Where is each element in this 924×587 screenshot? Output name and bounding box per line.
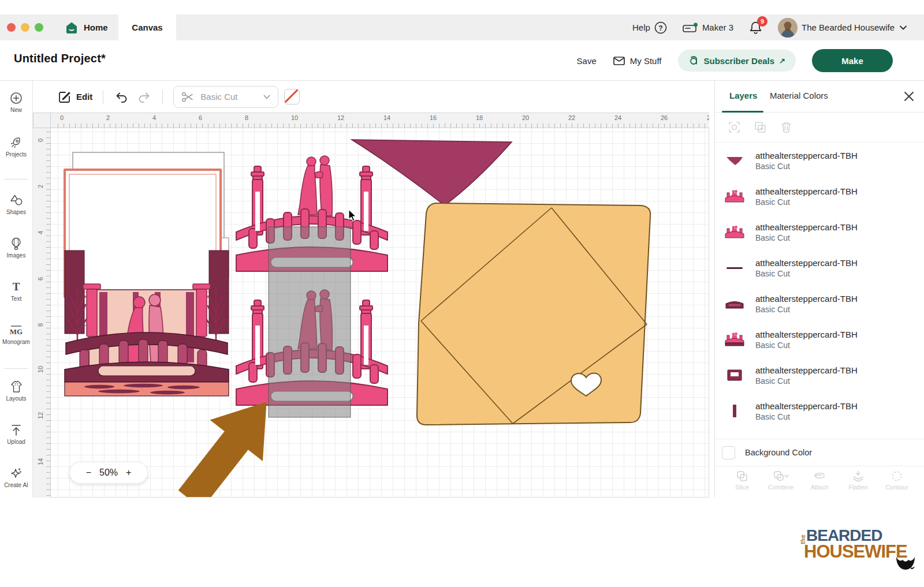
layer-row[interactable]: atthealtersteppercard-TBH Basic Cut — [715, 286, 924, 321]
home-tab[interactable]: Home — [65, 14, 108, 40]
layer-thumbnail — [723, 187, 746, 205]
sparkle-icon — [9, 466, 23, 480]
select-all-icon[interactable] — [728, 121, 741, 134]
svg-text:?: ? — [658, 24, 662, 32]
close-panel-button[interactable] — [902, 89, 916, 103]
machine-icon — [682, 21, 698, 34]
sidebar-item-shapes[interactable]: Shapes — [0, 193, 32, 215]
envelope-piece — [417, 203, 650, 425]
layer-operation: Basic Cut — [755, 233, 858, 242]
notifications-button[interactable]: 9 — [748, 20, 763, 35]
zoom-control[interactable]: − 50% + — [69, 462, 148, 484]
subscriber-deals-label: Subscriber Deals — [704, 56, 775, 66]
help-icon: ? — [654, 21, 667, 34]
zoom-in-button[interactable]: + — [126, 468, 131, 478]
edit-icon — [58, 90, 72, 104]
background-color-swatch[interactable] — [722, 446, 735, 459]
my-stuff-button[interactable]: My Stuff — [613, 55, 662, 66]
layer-row[interactable]: atthealtersteppercard-TBH Basic Cut — [715, 357, 924, 393]
ruler-number: 2 — [106, 114, 110, 121]
sidebar-label: Text — [11, 296, 21, 302]
ruler-number: 4 — [152, 114, 156, 121]
undo-button[interactable] — [114, 90, 129, 104]
layer-row[interactable]: atthealtersteppercard-TBH Basic Cut — [715, 429, 924, 439]
ruler-number: 4 — [37, 225, 44, 234]
chevron-down-icon — [899, 23, 908, 32]
ruler-number: 10 — [291, 114, 298, 121]
sidebar-item-create-ai[interactable]: Create AI — [0, 466, 32, 488]
help-button[interactable]: Help ? — [632, 21, 667, 34]
save-button[interactable]: Save — [577, 56, 597, 66]
scissors-icon — [181, 91, 195, 103]
operation-dropdown[interactable]: Basic Cut — [173, 86, 278, 108]
sidebar-label: Shapes — [6, 209, 26, 215]
layer-name: atthealtersteppercard-TBH — [755, 294, 858, 304]
ruler-number: 28 — [707, 114, 709, 121]
sidebar-item-text[interactable]: T Text — [0, 280, 32, 302]
ruler-number: 18 — [476, 114, 483, 121]
sidebar-item-images[interactable]: Images — [0, 237, 32, 259]
color-swatch[interactable] — [284, 89, 300, 104]
layer-row[interactable]: atthealtersteppercard-TBH Basic Cut — [715, 250, 924, 286]
ruler-number: 22 — [568, 114, 575, 121]
machine-selector[interactable]: Maker 3 — [682, 21, 733, 34]
redo-button[interactable] — [137, 90, 152, 104]
sidebar-item-new[interactable]: New — [0, 91, 32, 113]
contour-icon — [891, 470, 903, 483]
delete-icon[interactable] — [780, 121, 793, 134]
ruler-number: 0 — [60, 114, 64, 121]
stepper-card-assembled — [65, 152, 229, 396]
layer-row[interactable]: atthealtersteppercard-TBH Basic Cut — [715, 178, 924, 214]
layer-name: atthealtersteppercard-TBH — [755, 365, 858, 375]
minimize-window-button[interactable] — [21, 23, 29, 32]
layer-actions — [715, 113, 924, 143]
contour-button[interactable]: Contour — [880, 470, 914, 491]
layer-operation: Basic Cut — [755, 269, 858, 278]
close-window-button[interactable] — [7, 23, 16, 32]
ruler-number: 20 — [522, 114, 529, 121]
flatten-button[interactable]: Flatten — [841, 470, 875, 491]
shapes-icon — [9, 193, 24, 207]
machine-label: Maker 3 — [702, 23, 733, 32]
layer-tools: Slice Combine Attach — [715, 466, 924, 496]
tshirt-icon — [9, 380, 24, 394]
my-stuff-label: My Stuff — [630, 56, 662, 66]
account-menu[interactable]: The Bearded Housewife — [778, 18, 908, 38]
flatten-icon — [852, 470, 865, 483]
save-label: Save — [577, 56, 597, 66]
layer-row[interactable]: atthealtersteppercard-TBH Basic Cut — [715, 321, 924, 357]
attach-icon — [812, 470, 827, 483]
close-icon — [902, 89, 916, 103]
rocket-icon — [9, 136, 23, 149]
design-canvas[interactable]: − 50% + — [51, 128, 709, 498]
subscriber-deals-button[interactable]: Subscriber Deals ↗ — [678, 50, 796, 72]
layer-row[interactable]: atthealtersteppercard-TBH Basic Cut — [715, 143, 924, 178]
slice-button[interactable]: Slice — [725, 470, 759, 491]
edit-button[interactable]: Edit — [58, 90, 92, 104]
maximize-window-button[interactable] — [35, 23, 43, 32]
sidebar-item-upload[interactable]: Upload — [0, 423, 32, 445]
sidebar-label: Layouts — [6, 395, 26, 402]
tab-canvas[interactable]: Canvas — [118, 14, 176, 40]
ruler-number: 14 — [37, 456, 44, 465]
attach-button[interactable]: Attach — [803, 470, 836, 491]
external-link-icon: ↗ — [779, 57, 785, 65]
sidebar-item-layouts[interactable]: Layouts — [0, 380, 32, 402]
layer-operation: Basic Cut — [755, 197, 858, 207]
zoom-out-button[interactable]: − — [86, 468, 91, 478]
help-label: Help — [632, 23, 650, 32]
layer-row[interactable]: atthealtersteppercard-TBH Basic Cut — [715, 214, 924, 250]
duplicate-icon[interactable] — [754, 121, 767, 134]
operation-label: Basic Cut — [200, 92, 257, 102]
tab-layers[interactable]: Layers — [729, 91, 757, 100]
watermark-line2: HOUSEWIFE — [804, 543, 907, 560]
ruler-number: 2 — [37, 179, 44, 188]
combine-button[interactable]: Combine — [764, 470, 798, 491]
sidebar-label: Projects — [6, 151, 27, 158]
tab-material-colors[interactable]: Material Colors — [770, 91, 828, 100]
layer-row[interactable]: atthealtersteppercard-TBH Basic Cut — [715, 393, 924, 429]
sidebar-item-projects[interactable]: Projects — [0, 136, 32, 158]
make-button[interactable]: Make — [812, 49, 893, 72]
sidebar-item-monogram[interactable]: MG Monogram — [0, 323, 32, 345]
layer-thumbnail — [723, 151, 746, 170]
